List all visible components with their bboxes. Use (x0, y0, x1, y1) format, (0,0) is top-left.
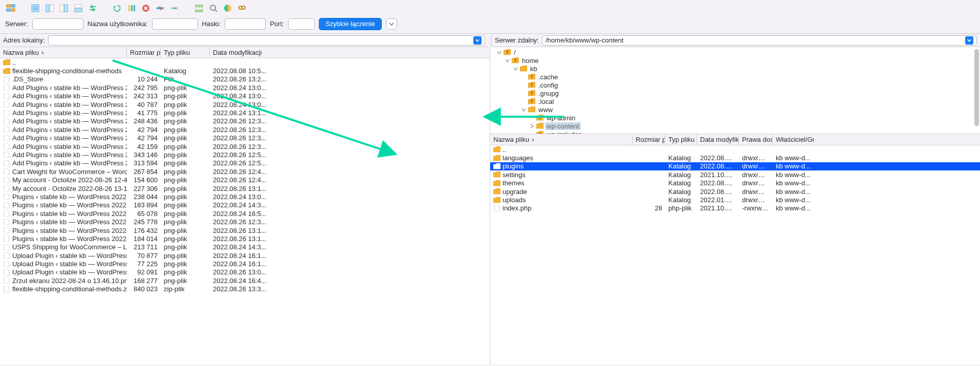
remote-col-size[interactable]: Rozmiar pliku (633, 134, 665, 145)
tree-item[interactable]: ?.config (492, 81, 978, 89)
list-item[interactable]: Zrzut ekranu 2022-08-24 o 13.46.10.png16… (0, 276, 490, 285)
list-item[interactable]: upgradeKatalog2022.08.26 1...drwxrwxr-xk… (490, 187, 980, 196)
list-item[interactable]: pluginsKatalog2022.08.26 1...drwxrwxr-xk… (490, 162, 980, 170)
list-item[interactable]: Upload Plugin ‹ stable kb — WordPress 20… (0, 251, 490, 260)
list-item[interactable]: Plugins ‹ stable kb — WordPress 2022-08-… (0, 234, 490, 243)
remote-col-name[interactable]: Nazwa pliku∧ (490, 134, 633, 145)
list-item[interactable]: languagesKatalog2022.08.22 1...drwxrwxr-… (490, 154, 980, 162)
tree-expander[interactable] (520, 106, 527, 113)
site-manager-icon[interactable] (5, 3, 16, 14)
remote-col-mod[interactable]: Data modyfikacji (697, 134, 739, 145)
local-addr-input[interactable] (48, 35, 485, 46)
compare-icon[interactable] (222, 3, 233, 14)
process-queue-icon[interactable] (126, 3, 137, 14)
scrollbar-thumb[interactable] (974, 49, 979, 126)
list-item[interactable]: Cart Weight for WooCommerce – WordPress.… (0, 167, 490, 176)
list-item[interactable]: flexible-shipping-conditional-methods.zi… (0, 285, 490, 293)
list-item[interactable]: themesKatalog2022.08.24 1...drwxrwxr-xkb… (490, 179, 980, 187)
tree-expander[interactable] (520, 90, 527, 96)
toggle-local-tree-icon[interactable] (44, 3, 55, 14)
refresh-icon[interactable] (112, 3, 123, 14)
tree-expander[interactable] (496, 49, 502, 55)
list-item[interactable]: Add Plugins ‹ stable kb — WordPress 2022… (0, 92, 490, 100)
list-item[interactable]: Add Plugins ‹ stable kb — WordPress 2022… (0, 134, 490, 142)
tree-expander[interactable] (520, 74, 527, 80)
tree-item[interactable]: www (492, 105, 978, 114)
user-input[interactable] (152, 18, 198, 30)
folder-unknown-icon: ? (504, 49, 511, 55)
local-col-type[interactable]: Typ pliku (161, 47, 210, 58)
list-item[interactable]: USPS Shipping for WooCommerce – Live Rat… (0, 243, 490, 251)
tree-expander[interactable] (520, 98, 527, 104)
tree-expander[interactable] (504, 57, 510, 63)
list-item[interactable]: Add Plugins ‹ stable kb — WordPress 2022… (0, 100, 490, 109)
search-icon[interactable] (208, 3, 219, 14)
server-input[interactable] (32, 18, 83, 30)
remote-col-type[interactable]: Typ pliku (665, 134, 697, 145)
list-item[interactable]: Plugins ‹ stable kb — WordPress 2022-08-… (0, 218, 490, 226)
quick-connect-button[interactable]: Szybkie łączenie (319, 18, 382, 30)
local-col-name[interactable]: Nazwa pliku∧ (0, 47, 127, 58)
remote-col-perm[interactable]: Prawa dostępu (739, 134, 773, 145)
list-item[interactable]: Upload Plugin ‹ stable kb — WordPress 20… (0, 260, 490, 268)
toggle-log-icon[interactable] (30, 3, 41, 14)
sync-browse-icon[interactable] (87, 3, 98, 14)
list-item[interactable]: Upload Plugin ‹ stable kb — WordPress 20… (0, 268, 490, 276)
tree-expander[interactable] (529, 123, 535, 129)
tree-item[interactable]: ?.cache (492, 73, 978, 81)
tree-expander[interactable] (529, 131, 535, 134)
quick-connect-dropdown[interactable] (386, 18, 397, 30)
list-item[interactable]: Add Plugins ‹ stable kb — WordPress 2022… (0, 83, 490, 92)
list-item[interactable]: flexible-shipping-conditional-methodsKat… (0, 67, 490, 75)
port-input[interactable] (288, 18, 315, 30)
list-item[interactable]: Add Plugins ‹ stable kb — WordPress 2022… (0, 117, 490, 125)
svg-rect-9 (50, 5, 53, 12)
list-item[interactable]: Plugins ‹ stable kb — WordPress 2022-08-… (0, 192, 490, 201)
tree-item[interactable]: ?/ (492, 48, 978, 56)
filter-icon[interactable] (193, 3, 205, 14)
list-item[interactable]: .DS_Store10 244Plik2022.08.26 13:2... (0, 75, 490, 83)
list-item[interactable]: My account - Octolize 2022-08-26 12-40-.… (0, 176, 490, 184)
list-item[interactable]: Add Plugins ‹ stable kb — WordPress 2022… (0, 109, 490, 117)
list-item[interactable]: Plugins ‹ stable kb — WordPress 2022-08-… (0, 201, 490, 209)
remote-col-own[interactable]: Właściciel/Grup (773, 134, 814, 145)
remote-addr-input[interactable]: /home/kb/www/wp-content (542, 35, 977, 46)
tree-item[interactable]: ?wp-includes (492, 130, 978, 134)
list-item[interactable]: Add Plugins ‹ stable kb — WordPress 2022… (0, 125, 490, 134)
toggle-remote-tree-icon[interactable] (58, 3, 70, 14)
list-item[interactable]: Add Plugins ‹ stable kb — WordPress 2022… (0, 159, 490, 167)
list-item[interactable]: My account - Octolize 2022-08-26 13-12-4… (0, 184, 490, 192)
list-item[interactable]: .. (0, 58, 490, 67)
list-item[interactable]: Add Plugins ‹ stable kb — WordPress 2022… (0, 142, 490, 150)
tree-item[interactable]: ?wp-admin (492, 114, 978, 122)
tree-item[interactable]: wp-content (492, 122, 978, 130)
tree-item[interactable]: ?.local (492, 97, 978, 105)
tree-expander[interactable] (529, 115, 535, 121)
cancel-icon[interactable] (140, 3, 151, 14)
local-col-size[interactable]: Rozmiar pliku (127, 47, 161, 58)
list-item[interactable]: Add Plugins ‹ stable kb — WordPress 2022… (0, 150, 490, 159)
local-list-body[interactable]: ..flexible-shipping-conditional-methodsK… (0, 58, 490, 364)
list-item[interactable]: .. (490, 145, 980, 154)
list-item[interactable]: settingsKatalog2021.10.06 1...drwxrwxr-x… (490, 170, 980, 179)
list-item[interactable]: index.php28php-plik2021.10.05 0...-rwxrw… (490, 204, 980, 212)
list-item[interactable]: uploadsKatalog2022.01.26 1...drwxrwxr-xk… (490, 196, 980, 204)
remote-list-body[interactable]: ..languagesKatalog2022.08.22 1...drwxrwx… (490, 145, 980, 364)
disconnect-icon[interactable] (155, 3, 166, 14)
remote-tree[interactable]: ?/?homekb?.cache?.config?.gnupg?.localww… (490, 47, 980, 134)
reconnect-icon[interactable] (169, 3, 180, 14)
local-addr-dropdown[interactable] (473, 36, 482, 45)
pass-input[interactable] (225, 18, 266, 30)
remote-addr-dropdown[interactable] (965, 36, 973, 45)
tree-item[interactable]: ?home (492, 56, 978, 64)
find-icon[interactable] (236, 3, 248, 14)
local-col-mod[interactable]: Data modyfikacji (210, 47, 312, 58)
tree-item[interactable]: ?.gnupg (492, 89, 978, 97)
list-item[interactable]: Plugins ‹ stable kb — WordPress 2022-08-… (0, 209, 490, 218)
toggle-queue-icon[interactable] (73, 3, 84, 14)
svg-text:?: ? (530, 74, 533, 79)
list-item[interactable]: Plugins ‹ stable kb — WordPress 2022-08-… (0, 226, 490, 234)
tree-item[interactable]: kb (492, 64, 978, 73)
tree-expander[interactable] (512, 66, 518, 72)
tree-expander[interactable] (520, 82, 527, 88)
